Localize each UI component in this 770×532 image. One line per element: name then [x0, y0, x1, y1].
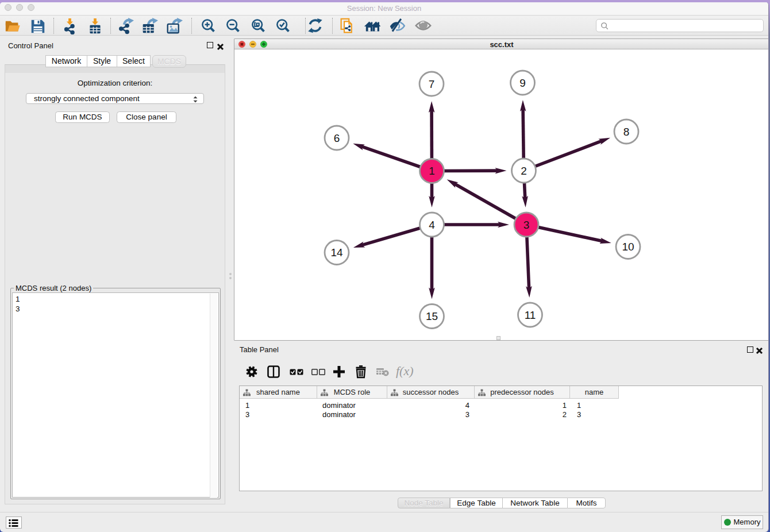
- svg-text:4: 4: [429, 219, 435, 231]
- svg-text:15: 15: [426, 310, 438, 322]
- svg-text:9: 9: [519, 77, 526, 89]
- svg-text:10: 10: [622, 241, 634, 253]
- svg-text:2: 2: [521, 165, 527, 177]
- svg-text:11: 11: [525, 309, 536, 321]
- svg-text:3: 3: [523, 219, 530, 231]
- svg-text:1: 1: [429, 165, 435, 177]
- svg-text:14: 14: [330, 246, 343, 259]
- svg-text:6: 6: [334, 132, 340, 144]
- svg-text:7: 7: [429, 78, 435, 90]
- svg-text:8: 8: [623, 126, 630, 138]
